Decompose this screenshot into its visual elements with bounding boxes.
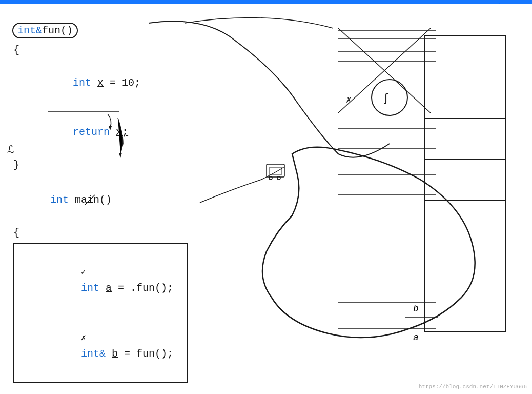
open-brace-1: { [5,42,292,58]
memory-diagram: b a [409,14,522,363]
mem-divider-3 [425,159,505,160]
func-name: fun() [42,25,73,36]
close-brace-1: } [5,157,292,173]
mem-divider-2 [425,118,505,119]
top-bar [0,0,532,4]
mem-divider-6 [425,303,505,303]
line-int-x: int x = 10; [5,58,292,108]
func-signature-box: int&fun() [12,23,78,38]
code-section: int&fun() { int x = 10; return x; } int … [5,14,292,394]
mem-divider-4 [425,200,505,201]
line-return-x: return x; [5,108,292,157]
line-int-a: ✓ int a = .fun(); [19,247,181,313]
line-int-b: ✗ int& b = fun(); [19,313,181,379]
watermark: https://blog.csdn.net/LINZEYU666 [419,384,527,390]
open-brace-2: { [5,225,292,241]
line-cout-a: cout << a, << endl; [5,385,292,394]
main-content: int&fun() { int x = 10; return x; } int … [0,4,532,394]
mem-divider-1 [425,77,505,77]
keyword-int: int& [17,25,42,36]
memory-rect [424,35,506,332]
mem-divider-5 [425,267,505,267]
line-int-main: int main() [5,175,292,225]
label-b: b [413,304,419,314]
label-a: a [413,332,419,343]
